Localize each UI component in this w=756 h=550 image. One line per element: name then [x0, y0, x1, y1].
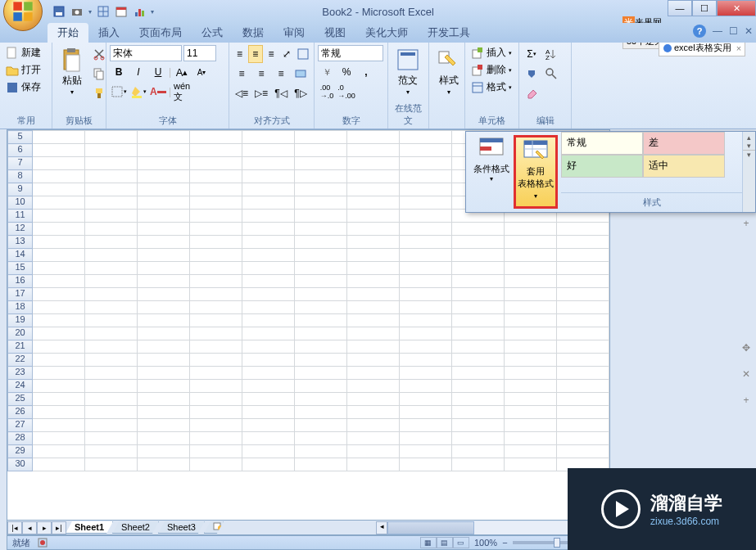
cell[interactable] — [295, 249, 347, 262]
cell[interactable] — [85, 210, 138, 223]
cell[interactable] — [138, 445, 190, 458]
cell[interactable] — [190, 262, 242, 275]
cell[interactable] — [190, 340, 242, 354]
cell[interactable] — [33, 236, 85, 249]
cell[interactable] — [347, 210, 400, 223]
cell[interactable] — [347, 432, 400, 445]
cell[interactable] — [505, 367, 557, 380]
cell[interactable] — [33, 196, 85, 210]
row-header[interactable]: 22 — [8, 354, 33, 367]
underline-button[interactable]: U — [149, 63, 167, 81]
format-cells-button[interactable]: 格式▾ — [469, 79, 515, 95]
cell[interactable] — [33, 354, 85, 367]
minimize-button[interactable]: — — [668, 0, 692, 16]
cell[interactable] — [242, 301, 295, 314]
cell[interactable] — [452, 380, 505, 393]
cell[interactable] — [295, 131, 347, 144]
cell[interactable] — [138, 354, 190, 367]
cell[interactable] — [190, 275, 242, 288]
cell[interactable] — [557, 354, 609, 367]
cell[interactable] — [452, 393, 505, 406]
comma-button[interactable]: , — [357, 63, 375, 81]
cell[interactable] — [242, 340, 295, 354]
align-bottom-button[interactable]: ≡ — [265, 45, 278, 63]
cell[interactable] — [400, 406, 452, 419]
cell[interactable] — [33, 144, 85, 157]
cell[interactable] — [33, 445, 85, 458]
add-icon[interactable]: + — [740, 217, 753, 230]
ribbon-restore-button[interactable]: ☐ — [729, 25, 738, 37]
cell[interactable] — [295, 393, 347, 406]
cell[interactable] — [190, 196, 242, 210]
cell[interactable] — [242, 223, 295, 236]
tab-pagelayout[interactable]: 页面布局 — [129, 23, 192, 43]
cell[interactable] — [347, 131, 400, 144]
cell[interactable] — [138, 419, 190, 432]
clear-button[interactable] — [523, 84, 541, 102]
cell[interactable] — [295, 210, 347, 223]
cell[interactable] — [557, 419, 609, 432]
cell[interactable] — [242, 380, 295, 393]
cell[interactable] — [400, 275, 452, 288]
tab-review[interactable]: 审阅 — [274, 23, 315, 43]
cell[interactable] — [347, 419, 400, 432]
sheet-tab-1[interactable]: Sheet1 — [66, 521, 113, 534]
cell[interactable] — [557, 445, 609, 458]
cell[interactable] — [242, 432, 295, 445]
cell[interactable] — [138, 170, 190, 183]
new-button[interactable]: 新建 — [3, 45, 48, 61]
tab-home[interactable]: 开始 — [48, 23, 88, 43]
cell[interactable] — [505, 275, 557, 288]
cell[interactable] — [400, 131, 452, 144]
cell[interactable] — [242, 445, 295, 458]
row-header[interactable]: 29 — [8, 445, 33, 458]
save-button[interactable]: 保存 — [3, 79, 48, 95]
cell[interactable] — [242, 196, 295, 210]
align-center-button[interactable]: ≡ — [252, 65, 270, 83]
cell[interactable] — [33, 367, 85, 380]
find-button[interactable] — [542, 65, 560, 83]
cell[interactable] — [138, 249, 190, 262]
cell[interactable] — [138, 223, 190, 236]
cell[interactable] — [295, 340, 347, 354]
row-header[interactable]: 26 — [8, 406, 33, 419]
cell[interactable] — [242, 170, 295, 183]
cell[interactable] — [138, 393, 190, 406]
sheet-tab-3[interactable]: Sheet3 — [158, 521, 205, 534]
cell[interactable] — [295, 262, 347, 275]
cell[interactable] — [85, 419, 138, 432]
cell[interactable] — [85, 445, 138, 458]
align-right-button[interactable]: ≡ — [272, 65, 290, 83]
cell[interactable] — [85, 406, 138, 419]
row-header[interactable]: 14 — [8, 249, 33, 262]
cell[interactable] — [138, 288, 190, 301]
shrink-font-button[interactable]: A▾ — [192, 63, 211, 81]
cell[interactable] — [400, 314, 452, 327]
cell[interactable] — [242, 157, 295, 170]
cell[interactable] — [242, 367, 295, 380]
cell[interactable] — [33, 314, 85, 327]
row-header[interactable]: 6 — [8, 144, 33, 157]
style-normal[interactable]: 常规 — [561, 132, 643, 155]
cell[interactable] — [138, 157, 190, 170]
fill-button[interactable] — [523, 65, 541, 83]
cell[interactable] — [33, 393, 85, 406]
cell[interactable] — [295, 458, 347, 471]
row-header[interactable]: 12 — [8, 223, 33, 236]
cell[interactable] — [557, 340, 609, 354]
sort-filter-button[interactable]: AZ — [542, 45, 560, 63]
cell[interactable] — [33, 432, 85, 445]
cell[interactable] — [557, 223, 609, 236]
cell[interactable] — [242, 144, 295, 157]
cell[interactable] — [85, 196, 138, 210]
cell[interactable] — [505, 223, 557, 236]
cell[interactable] — [138, 183, 190, 196]
cell[interactable] — [85, 380, 138, 393]
cell[interactable] — [347, 406, 400, 419]
cell[interactable] — [190, 354, 242, 367]
merge-button[interactable] — [292, 65, 310, 83]
cell[interactable] — [295, 445, 347, 458]
cell[interactable] — [242, 393, 295, 406]
cell[interactable] — [400, 210, 452, 223]
paste-dropdown-icon[interactable]: ▾ — [70, 88, 74, 96]
